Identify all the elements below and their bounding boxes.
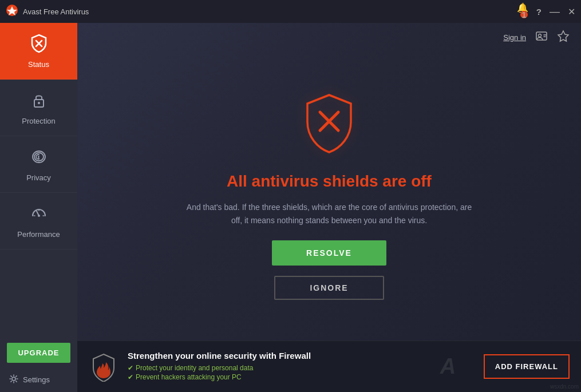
close-button[interactable]: ✕ <box>568 6 575 17</box>
titlebar: a Avast Free Antivirus 🔔 1 ? — ✕ <box>0 0 581 23</box>
shield-x-icon <box>29 33 49 56</box>
firewall-promo-icon <box>89 352 118 382</box>
resolve-button[interactable]: RESOLVE <box>272 240 386 266</box>
sidebar-performance-label: Performance <box>17 230 60 239</box>
svg-marker-16 <box>558 31 568 41</box>
sidebar-item-performance[interactable]: Performance <box>0 193 77 250</box>
promo-bullet-1: ✔ Protect your identity and personal dat… <box>128 364 431 372</box>
notification-bell-icon[interactable]: 🔔 1 <box>517 2 528 21</box>
sidebar: Status Protection <box>0 23 77 392</box>
svg-point-11 <box>12 377 15 381</box>
sidebar-protection-label: Protection <box>22 117 56 125</box>
svg-rect-12 <box>536 32 547 40</box>
gear-icon <box>9 374 18 385</box>
sidebar-item-status[interactable]: Status <box>0 23 77 80</box>
alert-shield-icon <box>301 92 358 157</box>
promo-bullet-2: ✔ Prevent hackers attacking your PC <box>128 373 431 381</box>
svg-text:a: a <box>10 7 14 14</box>
help-icon[interactable]: ? <box>536 7 542 17</box>
sidebar-privacy-label: Privacy <box>26 173 51 182</box>
svg-point-7 <box>38 215 40 217</box>
bookmark-icon[interactable] <box>557 30 570 45</box>
brand-watermark: A <box>440 354 475 379</box>
fingerprint-icon <box>29 146 49 169</box>
upgrade-button[interactable]: UPGRADE <box>7 343 70 363</box>
window-controls: 🔔 1 ? — ✕ <box>517 2 575 21</box>
app-title: Avast Free Antivirus <box>23 7 512 16</box>
sidebar-item-protection[interactable]: Protection <box>0 80 77 136</box>
promo-bar: Strengthen your online security with Fir… <box>77 340 581 392</box>
avast-logo: a <box>6 4 18 19</box>
signin-link[interactable]: Sign in <box>503 33 526 42</box>
watermark: wsxdn.com <box>550 383 579 390</box>
notification-badge: 1 <box>520 11 528 18</box>
alert-title: All antivirus shields are off <box>227 172 432 191</box>
status-content: All antivirus shields are off And that's… <box>77 52 581 340</box>
lock-icon <box>29 90 49 112</box>
sidebar-item-privacy[interactable]: Privacy <box>0 136 77 193</box>
speedometer-icon <box>29 203 49 225</box>
minimize-button[interactable]: — <box>550 6 560 17</box>
topbar: Sign in <box>77 23 581 52</box>
checkmark-icon-2: ✔ <box>128 373 133 381</box>
add-firewall-button[interactable]: ADD FIREWALL <box>484 354 570 379</box>
svg-point-5 <box>38 102 40 104</box>
content-area: Sign in <box>77 23 581 392</box>
svg-point-13 <box>539 34 542 37</box>
settings-label: Settings <box>23 375 50 384</box>
main-layout: Status Protection <box>0 23 581 392</box>
sidebar-status-label: Status <box>28 60 49 69</box>
user-card-icon[interactable] <box>535 30 548 45</box>
promo-title: Strengthen your online security with Fir… <box>128 351 431 361</box>
ignore-button[interactable]: IGNORE <box>274 276 384 300</box>
sidebar-spacer <box>0 250 77 338</box>
promo-text-block: Strengthen your online security with Fir… <box>128 351 431 382</box>
sidebar-item-settings[interactable]: Settings <box>0 367 77 392</box>
alert-description: And that's bad. If the three shields, wh… <box>180 201 478 227</box>
checkmark-icon-1: ✔ <box>128 364 133 372</box>
